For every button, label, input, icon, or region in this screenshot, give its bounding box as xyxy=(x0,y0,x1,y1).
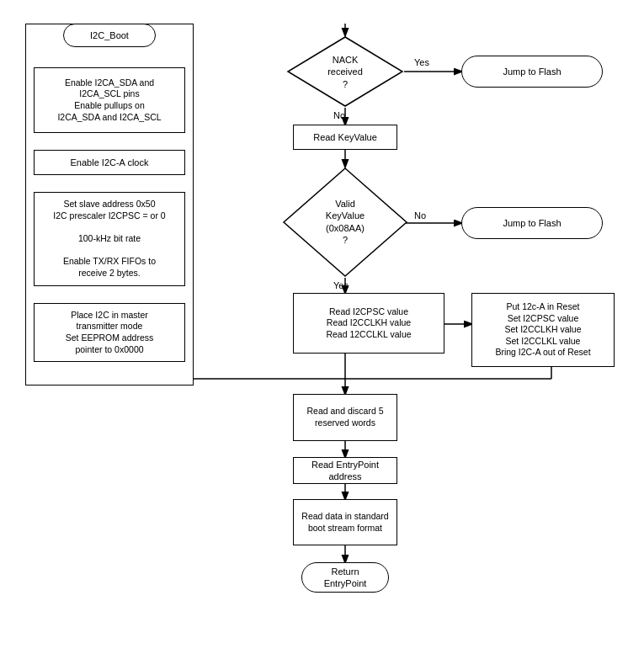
yes-label-1: Yes xyxy=(414,57,429,67)
jump-flash-1-text: Jump to Flash xyxy=(503,66,561,77)
jump-flash-1: Jump to Flash xyxy=(461,56,603,88)
box-enable-pins: Enable I2CA_SDA andI2CA_SCL pinsEnable p… xyxy=(34,67,185,133)
no-label-1: No xyxy=(333,110,345,120)
read-i2c-text: Read I2CPSC valueRead I2CCLKH valueRead … xyxy=(326,306,411,341)
entry-point: Read EntryPointaddress xyxy=(293,457,397,484)
yes-label-2: Yes xyxy=(333,280,349,290)
diamond-keyvalue: ValidKeyValue(0x08AA)? xyxy=(282,167,408,278)
return-entry-text: ReturnEntryPoint xyxy=(324,566,367,590)
diamond-nack: NACKreceived? xyxy=(286,35,404,108)
reserved-words-text: Read and discard 5reserved words xyxy=(306,406,383,428)
box-place-i2c-text: Place I2C in mastertransmitter modeSet E… xyxy=(66,310,153,356)
reserved-words: Read and discard 5reserved words xyxy=(293,394,397,441)
return-entry: ReturnEntryPoint xyxy=(301,562,389,593)
boot-stream: Read data in standardboot stream format xyxy=(293,499,397,545)
read-keyvalue: Read KeyValue xyxy=(293,125,397,150)
box-place-i2c: Place I2C in mastertransmitter modeSet E… xyxy=(34,303,185,362)
box-set-slave-text: Set slave address 0x50I2C prescaler I2CP… xyxy=(53,199,165,279)
box-set-slave: Set slave address 0x50I2C prescaler I2CP… xyxy=(34,192,185,286)
box-reset-text: Put 12c-A in ResetSet I2CPSC valueSet I2… xyxy=(495,301,590,359)
flowchart-diagram: I2C_Boot Enable I2CA_SDA andI2CA_SCL pin… xyxy=(0,0,644,654)
read-i2c-box: Read I2CPSC valueRead I2CCLKH valueRead … xyxy=(293,293,444,354)
i2c-boot-node: I2C_Boot xyxy=(63,24,156,47)
boot-stream-text: Read data in standardboot stream format xyxy=(301,511,388,534)
box-enable-clock-text: Enable I2C-A clock xyxy=(71,157,149,168)
diamond-keyvalue-text: ValidKeyValue(0x08AA)? xyxy=(326,198,365,246)
entry-point-text: Read EntryPointaddress xyxy=(311,459,379,483)
box-enable-clock: Enable I2C-A clock xyxy=(34,150,185,175)
box-enable-pins-text: Enable I2CA_SDA andI2CA_SCL pinsEnable p… xyxy=(57,77,161,124)
box-reset: Put 12c-A in ResetSet I2CPSC valueSet I2… xyxy=(471,293,615,367)
diamond-nack-text: NACKreceived? xyxy=(327,54,363,90)
jump-flash-2-text: Jump to Flash xyxy=(503,217,561,229)
jump-flash-2: Jump to Flash xyxy=(461,207,603,239)
no-label-2: No xyxy=(414,210,426,221)
read-keyvalue-text: Read KeyValue xyxy=(313,131,377,143)
i2c-boot-label: I2C_Boot xyxy=(90,29,129,41)
